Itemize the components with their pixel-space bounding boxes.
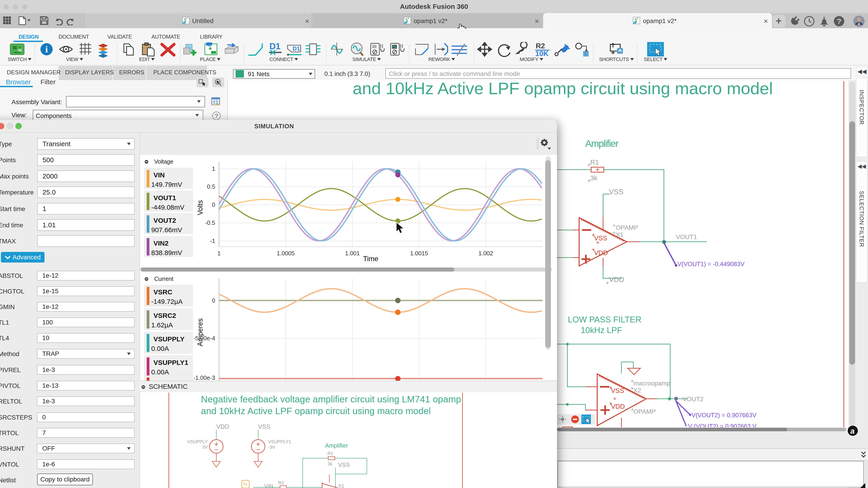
svg-text:VDD: VDD [216, 423, 229, 430]
svg-text:Amplifier: Amplifier [325, 442, 348, 449]
svg-text:OPAMP: OPAMP [616, 224, 638, 231]
svg-text:R2: R2 [278, 480, 284, 485]
svg-text:X1: X1 [338, 483, 344, 488]
svg-text:OPAMP: OPAMP [633, 408, 656, 415]
svg-text:0: 0 [212, 297, 215, 304]
svg-text:0: 0 [212, 201, 215, 208]
svg-text:1.002: 1.002 [478, 250, 493, 257]
svg-text:LOW PASS FILTER: LOW PASS FILTER [568, 315, 642, 324]
svg-text:X1: X1 [616, 231, 623, 238]
svg-text:V(VOUT1) = -0.449083V: V(VOUT1) = -0.449083V [677, 261, 744, 267]
svg-text:VSS: VSS [611, 387, 624, 394]
svg-text:R2: R2 [536, 42, 545, 50]
svg-text:macroopamp: macroopamp [633, 380, 670, 387]
svg-text:-3V: -3V [268, 445, 275, 450]
svg-text:Negative feedback voltage ampl: Negative feedback voltage amplifier circ… [201, 394, 461, 404]
svg-text:VOUT1: VOUT1 [676, 233, 697, 240]
svg-text:Amplifier: Amplifier [585, 138, 618, 149]
svg-text:-0.5: -0.5 [205, 219, 215, 226]
svg-text:1.0015: 1.0015 [410, 250, 428, 257]
svg-text:VDD: VDD [594, 249, 608, 256]
svg-text:1.0005: 1.0005 [277, 250, 295, 257]
svg-text:VDD: VDD [609, 275, 624, 284]
svg-text:D1: D1 [292, 45, 300, 52]
svg-text:and 10kHz Active LPF opamp cir: and 10kHz Active LPF opamp circuit using… [201, 406, 431, 416]
svg-text:Amperes: Amperes [196, 318, 204, 346]
svg-text:X2: X2 [633, 387, 641, 394]
svg-text:R1: R1 [328, 451, 333, 456]
svg-text:VOUT2: VOUT2 [682, 396, 704, 402]
svg-text:+: + [613, 395, 616, 402]
svg-text:V(VOUT2) = 0.907663V: V(VOUT2) = 0.907663V [691, 412, 756, 419]
svg-text:3k: 3k [328, 461, 333, 466]
svg-text:VSS: VSS [609, 188, 623, 196]
svg-text:VSS: VSS [258, 423, 270, 430]
svg-text:VSS: VSS [338, 461, 350, 468]
svg-text:?: ? [837, 17, 842, 26]
svg-text:VSUPPLY: VSUPPLY [187, 439, 208, 444]
svg-text:R1: R1 [590, 158, 599, 166]
svg-text:+: + [596, 239, 599, 246]
svg-text:Volts: Volts [196, 200, 204, 215]
svg-text:VDD: VDD [611, 403, 625, 410]
svg-text:0.5: 0.5 [207, 183, 215, 190]
svg-text:Time: Time [363, 255, 378, 263]
svg-text:10K: 10K [535, 50, 549, 58]
svg-text:1: 1 [212, 165, 215, 172]
svg-text:1: 1 [217, 250, 221, 257]
svg-text:D1: D1 [270, 42, 281, 51]
svg-text:1.001: 1.001 [345, 250, 360, 257]
svg-text:-1.00e-3: -1.00e-3 [194, 375, 215, 381]
svg-text:-1: -1 [210, 237, 215, 244]
svg-text:3k: 3k [590, 174, 598, 182]
svg-text:i: i [45, 44, 48, 55]
svg-text:VSUPPLY1: VSUPPLY1 [268, 439, 291, 444]
svg-text:V (VOUT2) = 0.907663 V: V (VOUT2) = 0.907663 V [688, 423, 756, 427]
svg-text:3V: 3V [202, 445, 208, 450]
svg-text:10kHz LPF: 10kHz LPF [581, 326, 622, 335]
